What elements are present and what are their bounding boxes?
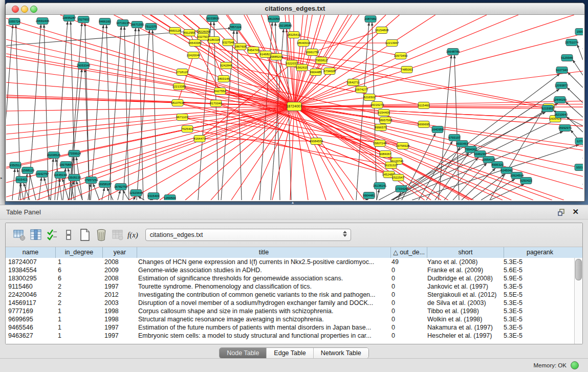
graph-node[interactable]: 8454743	[247, 47, 259, 54]
graph-node[interactable]: 1733426	[395, 186, 407, 192]
graph-node[interactable]: 9327548	[222, 39, 234, 46]
graph-node[interactable]: 7955812	[315, 57, 328, 64]
table-scrollbar[interactable]	[574, 258, 582, 344]
graph-node[interactable]: 2087682	[364, 16, 377, 23]
graph-node[interactable]: 2522547	[392, 174, 404, 181]
graph-node[interactable]: 8170046	[210, 100, 222, 107]
graph-node[interactable]: 15751074	[565, 39, 579, 46]
graph-node[interactable]: 2718120	[176, 69, 188, 76]
select-all-icon[interactable]	[45, 227, 60, 243]
column-header-0[interactable]: name	[6, 247, 56, 258]
graph-node[interactable]: 12444159	[553, 97, 567, 103]
graph-node[interactable]: 8427552	[214, 88, 226, 95]
graph-node[interactable]: 12703	[575, 138, 583, 145]
graph-node[interactable]: 9129946	[561, 55, 573, 61]
graph-node[interactable]: 8164473	[193, 136, 206, 142]
network-view-canvas[interactable]: 1872400786601288912955182260589327503818…	[6, 15, 583, 200]
column-header-1[interactable]: in_degree	[56, 247, 103, 258]
graph-node[interactable]: 19975887	[59, 162, 73, 168]
graph-node[interactable]: 20206526	[47, 152, 61, 159]
table-row[interactable]: 977716911998Corpus callosum shape and si…	[6, 307, 575, 315]
graph-node[interactable]: 16210643	[554, 112, 568, 118]
graph-node[interactable]: 16648784	[446, 49, 460, 55]
graph-node[interactable]: 9245042	[500, 167, 513, 174]
graph-node[interactable]: 8660128	[169, 28, 181, 34]
graph-node[interactable]: 12213389	[172, 83, 186, 90]
graph-node[interactable]: 9904485	[310, 69, 322, 76]
show-columns-icon[interactable]	[28, 227, 43, 243]
memory-status-indicator[interactable]	[571, 361, 579, 369]
graph-node[interactable]: 15992971	[558, 125, 572, 132]
tab-node-table[interactable]: Node Table	[220, 348, 266, 358]
table-row[interactable]: 946362711997Embryonic stem cells: a mode…	[6, 332, 575, 340]
graph-node[interactable]: 9115460	[418, 102, 430, 109]
column-header-3[interactable]: title	[137, 247, 391, 258]
table-mode-settings-icon[interactable]	[12, 227, 27, 243]
graph-node[interactable]: 8912955	[183, 30, 195, 36]
graph-node[interactable]: 1527602	[77, 16, 90, 23]
column-header-5[interactable]: short	[427, 247, 504, 258]
graph-node[interactable]: 1269504	[164, 195, 176, 201]
graph-node[interactable]: 16016273	[371, 102, 384, 108]
table-selector-dropdown[interactable]: citations_edges.txt	[145, 229, 351, 241]
graph-node[interactable]: 9084067	[379, 151, 391, 158]
delete-table-icon[interactable]	[94, 227, 109, 243]
graph-node[interactable]: 16671355	[130, 21, 144, 28]
table-row[interactable]: 969969511998Structural magnetic resonanc…	[6, 315, 575, 323]
graph-node[interactable]: 9315403	[147, 193, 160, 200]
graph-node[interactable]: 1640959	[431, 126, 444, 133]
graph-node[interactable]: 16961758	[306, 49, 319, 56]
graph-node[interactable]: 16033809	[206, 15, 220, 22]
graph-node[interactable]: 13505135	[68, 174, 81, 181]
graph-node[interactable]: 18640910	[297, 40, 311, 47]
graph-node[interactable]: 17957254	[84, 177, 98, 184]
graph-node[interactable]: 10973493	[394, 53, 408, 59]
graph-node[interactable]: 15885209	[270, 54, 284, 60]
graph-node[interactable]: 10642711	[346, 79, 360, 86]
graph-node[interactable]: 18325419	[287, 32, 301, 38]
graph-node[interactable]: 8466160	[99, 18, 111, 25]
graph-node[interactable]: 9242848	[220, 62, 232, 69]
graph-node[interactable]: 9904481	[363, 192, 375, 199]
float-panel-icon[interactable]	[557, 208, 565, 216]
window-titlebar[interactable]: citations_edges.txt	[6, 3, 584, 15]
graph-node[interactable]: 1562615	[296, 64, 308, 71]
table-row[interactable]: 946554611997Estimation of the future num…	[6, 323, 575, 332]
table-scrollbar-thumb[interactable]	[575, 259, 582, 280]
graph-node[interactable]: 22420046	[187, 52, 201, 59]
graph-node[interactable]: 18724007	[286, 102, 302, 111]
graph-node[interactable]: 7485063	[401, 67, 413, 73]
table-row[interactable]: 1456911722003Disruption of a novel membe…	[6, 299, 575, 307]
graph-node[interactable]: 15136141	[373, 183, 387, 189]
graph-node[interactable]: 9215953	[541, 105, 554, 112]
graph-node[interactable]: 9154409	[378, 110, 390, 116]
graph-node[interactable]: 18957568	[379, 117, 393, 124]
graph-node[interactable]: 6793197	[448, 135, 461, 141]
column-header-2[interactable]: year	[103, 247, 137, 258]
graph-node[interactable]: 16782753	[114, 184, 128, 190]
graph-node[interactable]: 16151327	[384, 162, 398, 169]
graph-node[interactable]: 16958187	[98, 181, 112, 188]
graph-node[interactable]: 20691406	[36, 18, 50, 25]
graph-node[interactable]: 7625401	[181, 126, 193, 133]
table-row[interactable]: 1872400712008Changes of HCN gene express…	[6, 258, 575, 266]
graph-node[interactable]: 8186328	[208, 37, 220, 43]
graph-node[interactable]: 11568129	[21, 167, 35, 174]
graph-node[interactable]: 9227343	[556, 67, 568, 74]
graph-node[interactable]: 19756928	[396, 143, 410, 149]
table-row[interactable]: 1938455462009Genome-wide association stu…	[6, 266, 575, 274]
graph-node[interactable]: 10218	[575, 164, 583, 171]
tab-network-table[interactable]: Network Table	[313, 348, 368, 358]
graph-node[interactable]: 18107534	[171, 100, 185, 106]
graph-node[interactable]: 12093872	[555, 82, 569, 89]
graph-node[interactable]: 19218586	[278, 23, 292, 29]
graph-node[interactable]: 29053346	[77, 62, 91, 69]
graph-node[interactable]: 6734028	[323, 68, 336, 75]
graph-node[interactable]: 10719135	[116, 20, 130, 27]
table-row[interactable]: 911546021997Tourette syndrome. Phenomeno…	[6, 282, 575, 291]
create-table-icon[interactable]	[77, 227, 93, 243]
graph-node[interactable]: 17359924	[68, 150, 81, 157]
citation-graph[interactable]: 1872400786601288912955182260589327503818…	[6, 15, 583, 200]
function-builder-icon[interactable]: f(x)	[127, 231, 138, 239]
graph-node[interactable]: 11645194	[54, 172, 68, 179]
